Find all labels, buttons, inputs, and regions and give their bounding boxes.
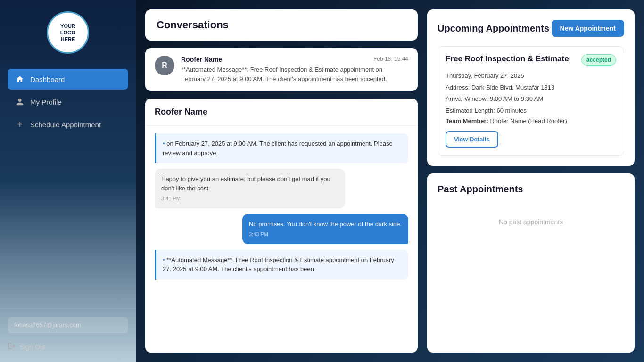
message-right-1-time: 3:43 PM (249, 230, 402, 239)
logo-line1: YOUR (60, 23, 75, 29)
conversation-time: Feb 18, 15:44 (373, 56, 408, 63)
sidebar-item-dashboard[interactable]: Dashboard (8, 69, 128, 90)
accepted-badge: accepted (581, 54, 616, 66)
upcoming-title: Upcoming Appointments (438, 23, 549, 34)
new-appointment-button[interactable]: New Appointment (552, 20, 624, 37)
conversation-content: Roofer Name Feb 18, 15:44 **Automated Me… (181, 56, 408, 83)
chat-header: Roofer Name (145, 99, 418, 126)
message-right-1-text: No promises. You don't know the power of… (249, 221, 402, 228)
sidebar-item-schedule-appointment[interactable]: + Schedule Appointment (8, 114, 128, 135)
conversation-item[interactable]: R Roofer Name Feb 18, 15:44 **Automated … (145, 48, 418, 91)
message-right-1: No promises. You don't know the power of… (242, 214, 408, 244)
conversation-meta: Roofer Name Feb 18, 15:44 (181, 56, 408, 63)
profile-icon (15, 97, 25, 107)
sign-out-label: Sign Out (20, 343, 45, 351)
conversations-title: Conversations (157, 19, 406, 31)
conversations-header-card: Conversations (145, 9, 418, 41)
conversation-preview: **Automated Message**: Free Roof Inspect… (181, 65, 408, 83)
sidebar-item-dashboard-label: Dashboard (30, 75, 65, 83)
automated-message-1-text: on February 27, 2025 at 9:00 AM. The cli… (163, 140, 393, 156)
upcoming-appointments-card: Upcoming Appointments New Appointment Fr… (427, 9, 635, 166)
automated-message-1: • on February 27, 2025 at 9:00 AM. The c… (155, 133, 408, 163)
sidebar: YOUR LOGO HERE Dashboard My Profile + Sc… (0, 0, 136, 362)
upcoming-header: Upcoming Appointments New Appointment (438, 20, 624, 37)
appointment-arrival: Arrival Window: 9:00 AM to 9:30 AM (446, 94, 616, 104)
automated-message-2: • **Automated Message**: Free Roof Inspe… (155, 250, 408, 280)
past-title: Past Appointments (438, 184, 624, 195)
user-email: fohasa7657@jarars.com (8, 317, 128, 333)
nav-menu: Dashboard My Profile + Schedule Appointm… (0, 63, 136, 309)
message-left-1-text: Happy to give you an estimate, but pleas… (161, 175, 330, 192)
sidebar-item-schedule-label: Schedule Appointment (30, 121, 101, 129)
no-past-text: No past appointments (438, 204, 624, 240)
chat-card: Roofer Name • on February 27, 2025 at 9:… (145, 99, 418, 353)
appointment-address: Address: Dark Side Blvd, Mustafar 1313 (446, 83, 616, 92)
team-label: Team Member: (446, 117, 488, 124)
avatar: R (155, 56, 174, 75)
sign-out-icon (8, 342, 16, 352)
chat-title: Roofer Name (155, 107, 408, 117)
sidebar-footer: fohasa7657@jarars.com Sign Out (0, 309, 136, 362)
past-appointments-card: Past Appointments No past appointments (427, 173, 635, 353)
sidebar-item-my-profile[interactable]: My Profile (8, 91, 128, 112)
conversations-panel: Conversations R Roofer Name Feb 18, 15:4… (145, 9, 418, 353)
message-left-1-time: 3:41 PM (161, 195, 339, 203)
appointment-item-1: Free Roof Inspection & Estimate accepted… (438, 46, 624, 156)
appointment-date: Thursday, February 27, 2025 (446, 71, 616, 81)
chat-messages[interactable]: • on February 27, 2025 at 9:00 AM. The c… (145, 126, 418, 353)
logo-line2: LOGO (60, 29, 75, 36)
plus-icon: + (15, 120, 25, 129)
logo: YOUR LOGO HERE (47, 11, 89, 54)
automated-message-2-text: **Automated Message**: Free Roof Inspect… (163, 256, 394, 273)
sidebar-item-my-profile-label: My Profile (30, 98, 62, 106)
appointment-name: Free Roof Inspection & Estimate (446, 54, 569, 64)
message-left-1: Happy to give you an estimate, but pleas… (155, 169, 345, 208)
appointment-team: Team Member: Roofer Name (Head Roofer) (446, 117, 616, 124)
appointment-top: Free Roof Inspection & Estimate accepted (446, 54, 616, 66)
sign-out-button[interactable]: Sign Out (8, 339, 128, 354)
logo-area: YOUR LOGO HERE (0, 0, 136, 63)
view-details-button[interactable]: View Details (446, 131, 498, 148)
right-panel: Upcoming Appointments New Appointment Fr… (427, 9, 635, 353)
conversation-name: Roofer Name (181, 56, 222, 63)
team-value: Roofer Name (Head Roofer) (490, 117, 567, 124)
dashboard-icon (15, 74, 25, 84)
appointment-length: Estimated Length: 60 minutes (446, 106, 616, 115)
logo-line3: HERE (61, 36, 75, 42)
main-content: Conversations R Roofer Name Feb 18, 15:4… (136, 0, 644, 362)
